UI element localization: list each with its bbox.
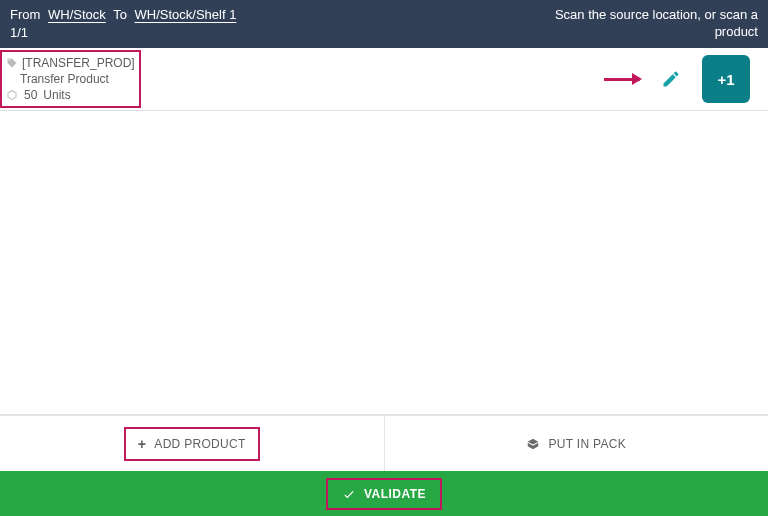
add-product-highlight: + ADD PRODUCT [124, 427, 260, 461]
hint-line-2: product [555, 24, 758, 41]
check-icon [342, 487, 356, 501]
validate-label: VALIDATE [364, 487, 426, 501]
product-uom: Units [43, 88, 70, 102]
add-product-label: ADD PRODUCT [154, 437, 245, 451]
product-row[interactable]: [TRANSFER_PROD] Transfer Product 50 Unit… [0, 48, 768, 111]
product-list[interactable]: [TRANSFER_PROD] Transfer Product 50 Unit… [0, 48, 768, 415]
location-path: From WH/Stock To WH/Stock/Shelf 1 [10, 6, 240, 24]
header-left: From WH/Stock To WH/Stock/Shelf 1 1/1 [10, 6, 240, 42]
product-name: Transfer Product [20, 72, 109, 86]
add-product-button[interactable]: + ADD PRODUCT [0, 416, 384, 471]
put-in-pack-button[interactable]: PUT IN PACK [384, 416, 769, 471]
pencil-icon [661, 69, 681, 89]
header-bar: From WH/Stock To WH/Stock/Shelf 1 1/1 Sc… [0, 0, 768, 48]
plus-icon: + [138, 437, 146, 451]
tag-icon [6, 57, 18, 69]
product-actions: +1 [604, 55, 760, 103]
from-location-link[interactable]: WH/Stock [48, 7, 106, 22]
validate-highlight: VALIDATE [326, 478, 442, 510]
hint-line-1: Scan the source location, or scan a [555, 7, 758, 24]
progress-counter: 1/1 [10, 24, 240, 42]
to-label: To [113, 7, 127, 22]
put-in-pack-label: PUT IN PACK [548, 437, 626, 451]
action-bar: + ADD PRODUCT PUT IN PACK [0, 415, 768, 471]
product-code: [TRANSFER_PROD] [22, 56, 135, 70]
from-label: From [10, 7, 40, 22]
arrow-annotation [604, 74, 640, 84]
header-hint: Scan the source location, or scan a prod… [555, 7, 758, 41]
package-icon [526, 437, 540, 451]
increment-button[interactable]: +1 [702, 55, 750, 103]
validate-bar[interactable]: VALIDATE [0, 471, 768, 516]
product-card: [TRANSFER_PROD] Transfer Product 50 Unit… [0, 50, 141, 108]
product-qty: 50 [24, 88, 37, 102]
cube-icon [6, 89, 18, 101]
edit-button[interactable] [660, 68, 682, 90]
to-location-link[interactable]: WH/Stock/Shelf 1 [135, 7, 237, 22]
